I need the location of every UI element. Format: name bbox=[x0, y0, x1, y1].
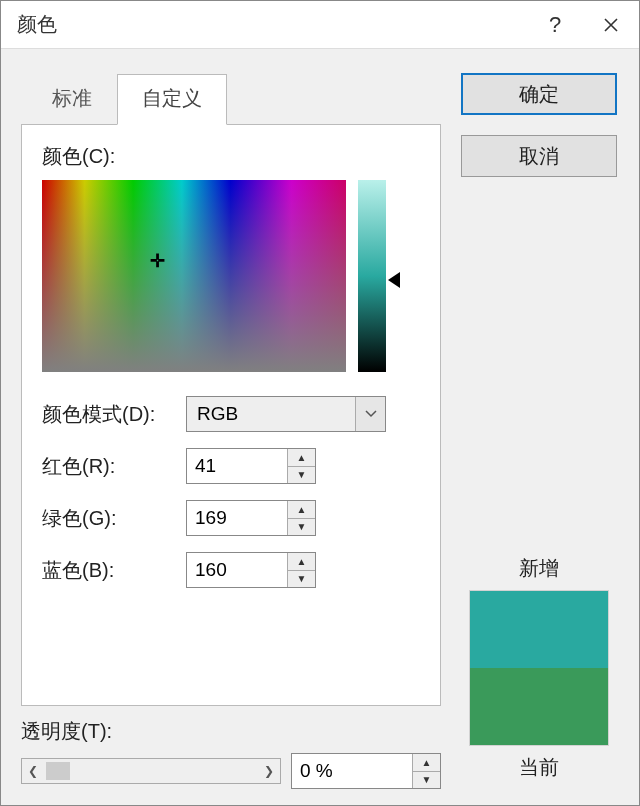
red-spinner[interactable]: 41 ▲▼ bbox=[186, 448, 316, 484]
colors-label: 颜色(C): bbox=[42, 143, 420, 170]
slider-thumb[interactable] bbox=[46, 762, 70, 780]
preview-current-swatch bbox=[470, 668, 608, 745]
chevron-down-icon bbox=[365, 410, 377, 418]
blue-label: 蓝色(B): bbox=[42, 557, 172, 584]
red-spin-up[interactable]: ▲ bbox=[288, 449, 315, 467]
blue-value[interactable]: 160 bbox=[187, 553, 287, 587]
close-button[interactable] bbox=[583, 1, 639, 49]
tab-custom[interactable]: 自定义 bbox=[117, 74, 227, 125]
transparency-slider[interactable]: ❮ ❯ bbox=[21, 758, 281, 784]
ok-button[interactable]: 确定 bbox=[461, 73, 617, 115]
color-model-select[interactable]: RGB bbox=[186, 396, 386, 432]
luminance-arrow-icon[interactable] bbox=[388, 272, 400, 288]
custom-tab-panel: 颜色(C): ✛ 颜色模式(D): RGB bbox=[21, 124, 441, 706]
color-preview bbox=[469, 590, 609, 746]
close-icon bbox=[603, 17, 619, 33]
transparency-spin-up[interactable]: ▲ bbox=[413, 754, 440, 772]
red-value[interactable]: 41 bbox=[187, 449, 287, 483]
color-model-value: RGB bbox=[197, 403, 238, 425]
green-value[interactable]: 169 bbox=[187, 501, 287, 535]
slider-left-button[interactable]: ❮ bbox=[22, 759, 44, 783]
green-spin-down[interactable]: ▼ bbox=[288, 519, 315, 536]
slider-right-button[interactable]: ❯ bbox=[258, 759, 280, 783]
preview-new-swatch bbox=[470, 591, 608, 668]
green-label: 绿色(G): bbox=[42, 505, 172, 532]
cancel-button[interactable]: 取消 bbox=[461, 135, 617, 177]
green-spinner[interactable]: 169 ▲▼ bbox=[186, 500, 316, 536]
titlebar: 颜色 ? bbox=[1, 1, 639, 49]
color-model-dropdown-button[interactable] bbox=[355, 397, 385, 431]
tab-standard[interactable]: 标准 bbox=[27, 74, 117, 125]
red-spin-down[interactable]: ▼ bbox=[288, 467, 315, 484]
help-button[interactable]: ? bbox=[527, 1, 583, 49]
green-spin-up[interactable]: ▲ bbox=[288, 501, 315, 519]
color-dialog: 颜色 ? 标准 自定义 颜色(C): ✛ bbox=[0, 0, 640, 806]
transparency-spinner[interactable]: 0 % ▲▼ bbox=[291, 753, 441, 789]
color-model-label: 颜色模式(D): bbox=[42, 401, 172, 428]
blue-spin-down[interactable]: ▼ bbox=[288, 571, 315, 588]
dialog-title: 颜色 bbox=[17, 11, 527, 38]
transparency-label: 透明度(T): bbox=[21, 718, 441, 745]
color-field-cursor: ✛ bbox=[150, 253, 166, 269]
blue-spinner[interactable]: 160 ▲▼ bbox=[186, 552, 316, 588]
transparency-value[interactable]: 0 % bbox=[292, 754, 412, 788]
new-color-label: 新增 bbox=[519, 555, 559, 582]
red-label: 红色(R): bbox=[42, 453, 172, 480]
luminance-bar[interactable] bbox=[358, 180, 386, 372]
current-color-label: 当前 bbox=[519, 754, 559, 781]
blue-spin-up[interactable]: ▲ bbox=[288, 553, 315, 571]
tab-strip: 标准 自定义 bbox=[27, 73, 441, 124]
transparency-spin-down[interactable]: ▼ bbox=[413, 772, 440, 789]
color-field[interactable]: ✛ bbox=[42, 180, 346, 372]
